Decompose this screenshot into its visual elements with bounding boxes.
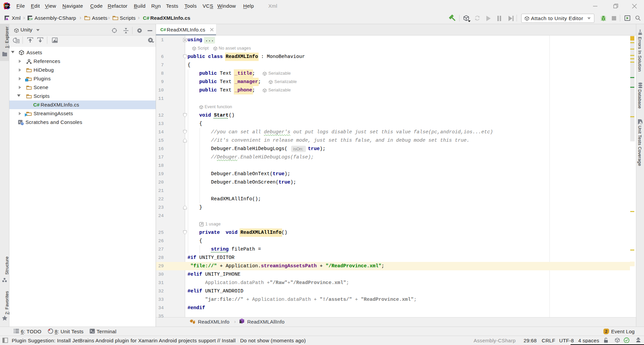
svg-text:RD: RD <box>5 4 8 7</box>
svg-text:C#: C# <box>29 17 33 21</box>
